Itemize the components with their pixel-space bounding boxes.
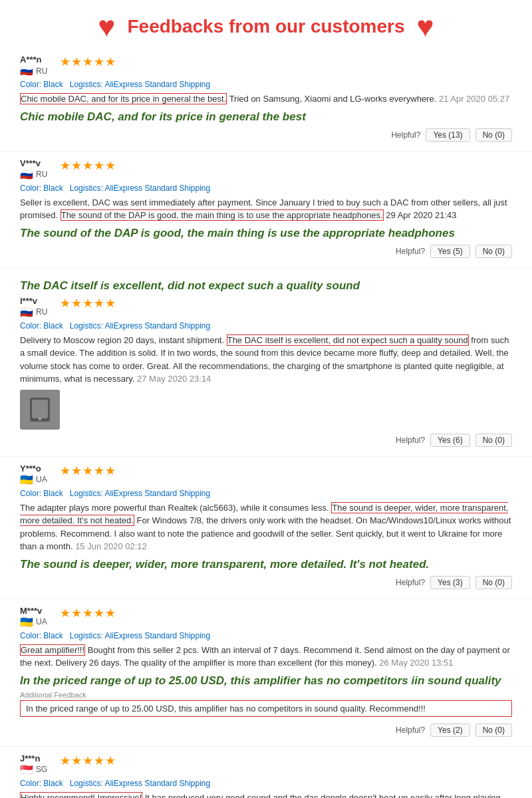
review-item: A***n 🇷🇺 RU ★★★★★ Color: Black Logistics… bbox=[0, 48, 532, 152]
top-quote: The DAC itself is excellent, did not exp… bbox=[20, 279, 512, 293]
helpful-row: Helpful? Yes (3) No (0) bbox=[20, 576, 512, 589]
highlighted-text: The DAC itself is excellent, did not exp… bbox=[227, 334, 469, 346]
star-rating: ★★★★★ bbox=[60, 753, 116, 768]
highlighted-text: The sound of the DAP is good, the main t… bbox=[61, 209, 384, 221]
reviewer-country: 🇺🇦 UA bbox=[20, 473, 53, 486]
helpful-no-button[interactable]: No (0) bbox=[475, 724, 512, 737]
reviewer-info: A***n 🇷🇺 RU bbox=[20, 55, 53, 77]
review-body: Delivery to Moscow region 20 days, insta… bbox=[20, 334, 512, 386]
country-code: SG bbox=[36, 765, 47, 774]
helpful-row: Helpful? Yes (13) No (0) bbox=[20, 128, 512, 142]
review-meta: Color: Black Logistics: AliExpress Stand… bbox=[20, 779, 512, 788]
reviewer-country: 🇷🇺 RU bbox=[20, 168, 53, 181]
review-item: The DAC itself is excellent, did not exp… bbox=[0, 268, 532, 457]
page-header: ♥ Feedbacks from our customers ♥ bbox=[0, 0, 532, 48]
logistics-label: Logistics: AliExpress Standard Shipping bbox=[70, 184, 210, 193]
reviewer-info: M***v 🇺🇦 UA bbox=[20, 606, 53, 628]
logistics-label: Logistics: AliExpress Standard Shipping bbox=[70, 779, 210, 788]
country-code: RU bbox=[36, 170, 47, 179]
helpful-label: Helpful? bbox=[396, 436, 425, 445]
helpful-yes-button[interactable]: Yes (2) bbox=[430, 724, 470, 737]
logistics-label: Logistics: AliExpress Standard Shipping bbox=[70, 631, 210, 640]
body-pre-text: Delivery to Moscow region 20 days, insta… bbox=[20, 335, 227, 345]
review-meta: Color: Black Logistics: AliExpress Stand… bbox=[20, 631, 512, 640]
color-label: Color: Black bbox=[20, 779, 63, 788]
reviewer-name: J***n bbox=[20, 753, 53, 763]
review-header: A***n 🇷🇺 RU ★★★★★ bbox=[20, 55, 512, 77]
star-rating: ★★★★★ bbox=[60, 296, 116, 311]
review-quote: The sound of the DAP is good, the main t… bbox=[20, 226, 512, 241]
svg-rect-1 bbox=[32, 400, 48, 418]
highlighted-text: Highly recommend! Impressive! bbox=[20, 792, 142, 798]
review-body: The adapter plays more powerful than Rea… bbox=[20, 501, 512, 553]
logistics-label: Logistics: AliExpress Standard Shipping bbox=[70, 80, 210, 89]
review-date: 27 May 2020 23:14 bbox=[137, 374, 211, 384]
country-code: UA bbox=[36, 475, 47, 484]
review-header: l***v 🇷🇺 RU ★★★★★ bbox=[20, 296, 512, 319]
color-label: Color: Black bbox=[20, 489, 63, 498]
color-label: Color: Black bbox=[20, 80, 63, 89]
logistics-label: Logistics: AliExpress Standard Shipping bbox=[70, 489, 210, 498]
reviewer-name: M***v bbox=[20, 606, 53, 616]
color-label: Color: Black bbox=[20, 321, 63, 331]
highlighted-text: Great amplifier!!! bbox=[20, 644, 85, 656]
review-header: Y***o 🇺🇦 UA ★★★★★ bbox=[20, 464, 512, 486]
review-item: J***n 🇸🇬 SG ★★★★★ Color: Black Logistics… bbox=[0, 747, 532, 798]
helpful-yes-button[interactable]: Yes (13) bbox=[426, 128, 469, 142]
color-label: Color: Black bbox=[20, 631, 63, 640]
review-quote: The sound is deeper, wider, more transpa… bbox=[20, 557, 512, 572]
heart-icon-left: ♥ bbox=[98, 12, 115, 41]
page-title: Feedbacks from our customers bbox=[127, 16, 404, 37]
helpful-no-button[interactable]: No (0) bbox=[475, 128, 512, 142]
helpful-label: Helpful? bbox=[391, 130, 420, 140]
helpful-yes-button[interactable]: Yes (6) bbox=[430, 434, 470, 447]
review-date: 15 Jun 2020 02:12 bbox=[75, 541, 147, 551]
country-code: RU bbox=[36, 307, 47, 317]
helpful-label: Helpful? bbox=[396, 578, 425, 587]
star-rating: ★★★★★ bbox=[60, 55, 116, 69]
review-body: Highly recommend! Impressive! It has pro… bbox=[20, 791, 512, 798]
additional-feedback-text: In the priced range of up to 25.00 USD, … bbox=[20, 700, 512, 717]
review-meta: Color: Black Logistics: AliExpress Stand… bbox=[20, 489, 512, 498]
color-label: Color: Black bbox=[20, 184, 63, 193]
body-post-text: 29 Apr 2020 21:43 bbox=[384, 210, 457, 220]
reviews-container: A***n 🇷🇺 RU ★★★★★ Color: Black Logistics… bbox=[0, 48, 532, 798]
helpful-no-button[interactable]: No (0) bbox=[475, 434, 512, 447]
helpful-label: Helpful? bbox=[396, 247, 425, 256]
star-rating: ★★★★★ bbox=[60, 158, 116, 173]
review-item: Y***o 🇺🇦 UA ★★★★★ Color: Black Logistics… bbox=[0, 457, 532, 599]
review-header: M***v 🇺🇦 UA ★★★★★ bbox=[20, 606, 512, 628]
review-body: Seller is excellent, DAC was sent immedi… bbox=[20, 196, 512, 222]
star-rating: ★★★★★ bbox=[60, 606, 116, 620]
review-meta: Color: Black Logistics: AliExpress Stand… bbox=[20, 321, 512, 331]
reviewer-name: V***v bbox=[20, 158, 53, 168]
additional-feedback-label: Additional Feedback bbox=[20, 691, 512, 699]
helpful-yes-button[interactable]: Yes (5) bbox=[430, 245, 470, 258]
heart-icon-right: ♥ bbox=[417, 12, 434, 41]
reviewer-name: Y***o bbox=[20, 464, 53, 473]
review-date: 26 May 2020 13:51 bbox=[379, 658, 453, 668]
reviewer-info: V***v 🇷🇺 RU bbox=[20, 158, 53, 181]
review-header: V***v 🇷🇺 RU ★★★★★ bbox=[20, 158, 512, 181]
helpful-no-button[interactable]: No (0) bbox=[475, 576, 512, 589]
reviewer-country: 🇷🇺 RU bbox=[20, 65, 53, 77]
reviewer-info: Y***o 🇺🇦 UA bbox=[20, 464, 53, 486]
review-image bbox=[20, 390, 60, 430]
helpful-row: Helpful? Yes (5) No (0) bbox=[20, 245, 512, 258]
logistics-label: Logistics: AliExpress Standard Shipping bbox=[70, 321, 210, 331]
review-body: Great amplifier!!! Bought from this sell… bbox=[20, 644, 512, 670]
review-date: 21 Apr 2020 05:27 bbox=[439, 94, 509, 104]
helpful-no-button[interactable]: No (0) bbox=[475, 245, 512, 258]
highlighted-text: Chic mobile DAC, and for its price in ge… bbox=[20, 93, 227, 104]
helpful-row: Helpful? Yes (6) No (0) bbox=[20, 434, 512, 447]
country-code: UA bbox=[36, 617, 47, 626]
reviewer-info: l***v 🇷🇺 RU bbox=[20, 296, 53, 319]
body-post-text: Tried on Samsung, Xiaomi and LG-works ev… bbox=[227, 94, 436, 104]
review-header: J***n 🇸🇬 SG ★★★★★ bbox=[20, 753, 512, 776]
helpful-row: Helpful? Yes (2) No (0) bbox=[20, 724, 512, 737]
body-pre-text: The adapter plays more powerful than Rea… bbox=[20, 503, 331, 513]
review-quote: Chic mobile DAC, and for its price in ge… bbox=[20, 110, 512, 124]
helpful-yes-button[interactable]: Yes (3) bbox=[430, 576, 470, 589]
star-rating: ★★★★★ bbox=[60, 464, 116, 478]
review-item: V***v 🇷🇺 RU ★★★★★ Color: Black Logistics… bbox=[0, 152, 532, 268]
